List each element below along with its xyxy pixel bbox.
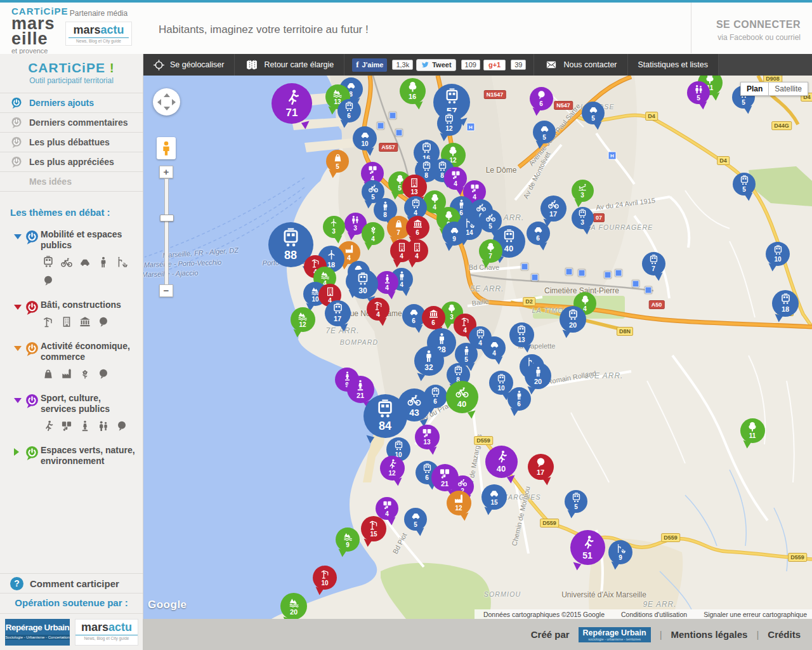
pan-up-icon[interactable] xyxy=(164,93,170,97)
map-marker-bike[interactable]: 40 xyxy=(446,381,478,413)
map-marker-bank[interactable]: 6 xyxy=(422,306,445,329)
zoom-out-button[interactable]: − xyxy=(159,284,173,297)
map-marker-bank[interactable]: 6 xyxy=(406,216,429,239)
pan-control[interactable] xyxy=(153,88,180,116)
map-marker-car[interactable]: 6 xyxy=(527,222,550,245)
map-marker-statue[interactable]: 4 xyxy=(376,271,398,294)
map-marker-tram[interactable]: 20 xyxy=(560,306,586,333)
map-marker-pedestrian[interactable]: 32 xyxy=(414,346,444,376)
how-to-carticipate-button[interactable]: ? Comment carticiper xyxy=(0,573,143,594)
map-marker-water[interactable]: 12 xyxy=(291,307,315,332)
theme-label[interactable]: Activité économique, commerce xyxy=(41,341,138,362)
map-marker-port[interactable]: 9 xyxy=(608,540,632,564)
map-marker-tram[interactable]: 13 xyxy=(509,322,534,347)
theme-activite[interactable]: Activité économique, commerce xyxy=(0,332,143,384)
map-marker-car[interactable]: 10 xyxy=(353,126,377,150)
theme-sport-culture[interactable]: Sport, culture, services publics xyxy=(0,384,143,436)
login-button[interactable]: SE CONNECTER via Facebook ou courriel xyxy=(691,3,802,53)
carticipe-logo[interactable]: CARTiCiPE ! Outil participatif territori… xyxy=(0,54,143,93)
map-marker-car[interactable]: 9 xyxy=(442,222,466,246)
map-marker-factory[interactable]: 12 xyxy=(447,491,471,515)
theme-espaces-verts[interactable]: Espaces verts, nature, environnement xyxy=(0,436,143,475)
theme-mobilite[interactable]: Mobilité et espaces publics xyxy=(0,220,143,291)
sidebar-item-les-plus-appreciees[interactable]: Les plus appréciées xyxy=(0,152,143,172)
map-marker-pedestrian[interactable]: 6 xyxy=(508,387,531,411)
facebook-like-button[interactable]: fJ'aime xyxy=(352,58,387,72)
map-marker-runner[interactable]: 40 xyxy=(485,446,518,478)
map-marker-tram[interactable]: 17 xyxy=(325,300,351,326)
map-marker-car[interactable]: 5 xyxy=(404,508,427,531)
map-marker-wind[interactable]: 3 xyxy=(323,216,345,238)
reperage-urbain-logo[interactable]: Repérage Urbain Sociologie - Urbanisme -… xyxy=(5,619,70,646)
map-marker-crane[interactable]: 10 xyxy=(313,566,337,590)
carticipe-marseille-logo[interactable]: CARTiCiPE mars eille et provence xyxy=(11,6,69,55)
map-marker-crane[interactable]: 15 xyxy=(361,516,386,541)
map-marker-car[interactable]: 4 xyxy=(483,336,506,359)
gplus-button[interactable]: g+1 xyxy=(483,60,506,70)
map-marker-tram[interactable]: 30 xyxy=(348,269,378,299)
map[interactable]: Marseille, FR - Alger, DZMarseille - Por… xyxy=(143,76,812,619)
map-marker-tram[interactable]: 84 xyxy=(363,394,407,438)
map-marker-crane[interactable]: 4 xyxy=(367,298,390,321)
contact-button[interactable]: Nous contacter xyxy=(534,54,627,76)
map-marker-tram[interactable]: 10 xyxy=(766,242,790,266)
map-marker-car[interactable]: 5 xyxy=(533,121,556,143)
map-marker-water[interactable]: 9 xyxy=(336,527,360,552)
chevron-down-icon[interactable] xyxy=(14,234,22,239)
map-marker-tree[interactable]: 11 xyxy=(740,418,765,443)
map-marker-tram[interactable]: 5 xyxy=(733,173,756,196)
reperage-urbain-footer-logo[interactable]: Repérage Urbain sociologie - urbanisme -… xyxy=(579,627,651,642)
marsactu-logo[interactable]: marsactu News, Blog et City guide xyxy=(65,22,132,46)
map-marker-building[interactable]: 4 xyxy=(405,239,428,262)
map-marker-bubble[interactable]: 17 xyxy=(528,454,554,480)
sidebar-item-les-plus-debattues[interactable]: Les plus débattues xyxy=(0,133,143,152)
map-marker-culture[interactable]: 4 xyxy=(376,497,398,520)
map-marker-tram[interactable]: 5 xyxy=(565,490,587,513)
map-marker-tram[interactable]: 3 xyxy=(572,207,594,229)
legal-link[interactable]: Mentions légales xyxy=(671,629,748,640)
map-marker-family[interactable]: 5 xyxy=(687,81,710,104)
credits-link[interactable]: Crédits xyxy=(768,629,801,640)
sidebar-item-derniers-commentaires[interactable]: Derniers commentaires xyxy=(0,113,143,133)
sidebar-item-derniers-ajouts[interactable]: Derniers ajouts xyxy=(0,93,143,113)
theme-label[interactable]: Mobilité et espaces publics xyxy=(41,229,138,251)
map-marker-runner[interactable]: 71 xyxy=(272,83,312,124)
map-marker-runner[interactable]: 51 xyxy=(570,530,605,565)
theme-bati[interactable]: Bâti, constructions xyxy=(0,291,143,332)
stats-button[interactable]: Statistiques et listes xyxy=(628,54,719,76)
pan-left-icon[interactable] xyxy=(157,99,161,105)
map-marker-runner[interactable]: 12 xyxy=(380,456,405,481)
map-marker-tree[interactable]: 7 xyxy=(479,239,502,263)
map-marker-building[interactable]: 13 xyxy=(402,175,427,199)
theme-label[interactable]: Sport, culture, services publics xyxy=(41,393,138,415)
map-marker-flower[interactable]: 4 xyxy=(362,222,384,245)
zoom-in-button[interactable]: + xyxy=(159,166,173,178)
back-wide-map-button[interactable]: Retour carte élargie xyxy=(235,54,344,76)
map-marker-culture[interactable]: 4 xyxy=(444,167,467,190)
chevron-down-icon[interactable] xyxy=(14,398,22,403)
login-title[interactable]: SE CONNECTER xyxy=(691,19,801,30)
map-marker-tree[interactable]: 16 xyxy=(400,78,426,104)
chevron-down-icon[interactable] xyxy=(14,346,22,351)
report-error-link[interactable]: Signaler une erreur cartographique xyxy=(704,611,807,618)
pegman-control[interactable] xyxy=(157,137,176,159)
terms-link[interactable]: Conditions d'utilisation xyxy=(621,611,687,618)
zoom-slider-handle[interactable] xyxy=(160,215,174,222)
theme-label[interactable]: Bâti, constructions xyxy=(41,300,138,310)
chevron-right-icon[interactable] xyxy=(14,448,19,456)
map-marker-pedestrian[interactable]: 5 xyxy=(455,343,478,366)
tweet-button[interactable]: Tweet xyxy=(416,59,455,71)
map-marker-culture[interactable]: 13 xyxy=(415,425,440,449)
map-marker-water[interactable]: 20 xyxy=(280,593,307,619)
marsactu-logo[interactable]: marsactu News, Blog et City guide xyxy=(75,619,138,646)
geolocate-button[interactable]: Se géolocaliser xyxy=(143,54,235,76)
map-marker-bag[interactable]: 5 xyxy=(326,150,349,173)
map-marker-tram[interactable]: 18 xyxy=(772,290,799,317)
map-marker-tram[interactable]: 12 xyxy=(437,111,462,136)
map-marker-car[interactable]: 15 xyxy=(481,484,507,510)
map-marker-tram[interactable]: 6 xyxy=(337,99,361,123)
theme-label[interactable]: Espaces verts, nature, environnement xyxy=(41,445,138,467)
map-marker-tram[interactable]: 7 xyxy=(642,252,665,275)
map-marker-statue[interactable]: 21 xyxy=(347,376,374,403)
map-marker-car[interactable]: 5 xyxy=(582,102,605,124)
